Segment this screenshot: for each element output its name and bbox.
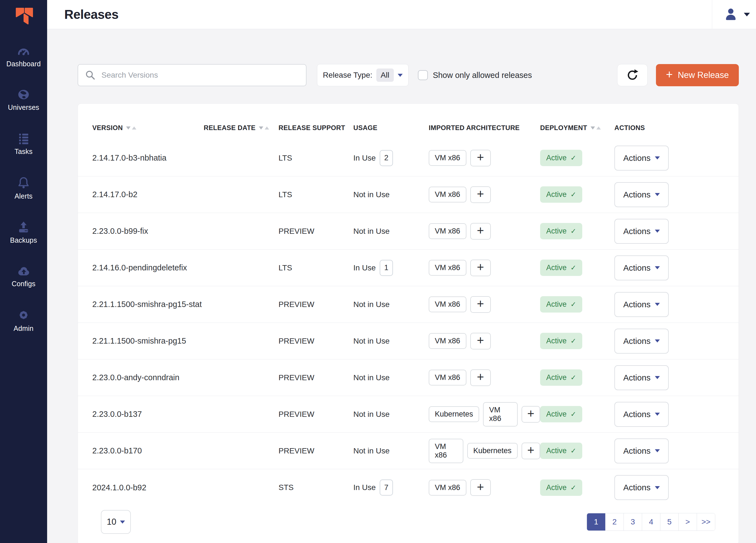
deployment-status-label: Active	[546, 154, 567, 162]
deployment-cell: Active ✓	[540, 223, 614, 239]
sidebar-item-alerts[interactable]: Alerts	[0, 176, 47, 200]
actions-button[interactable]: Actions	[614, 439, 669, 463]
sidebar-item-admin[interactable]: Admin	[0, 309, 47, 333]
version-cell: 2.23.0.0-b137	[92, 410, 204, 419]
column-header-release-date[interactable]: RELEASE DATE	[204, 124, 279, 132]
table-row: 2.14.16.0-pendingdeletefix LTS In Use 1 …	[78, 249, 739, 286]
deployment-status-label: Active	[546, 227, 567, 235]
sidebar-item-label: Tasks	[15, 147, 33, 155]
chevron-down-icon	[398, 74, 403, 77]
table-row: 2.21.1.1500-smishra-pg15-stat PREVIEW No…	[78, 286, 739, 323]
actions-button[interactable]: Actions	[614, 292, 669, 317]
actions-cell: Actions	[614, 439, 727, 463]
pagination-page[interactable]: 2	[605, 513, 624, 531]
architecture-chip: VM x86	[483, 402, 518, 427]
new-release-button[interactable]: + New Release	[656, 64, 739, 86]
yugabyte-logo-icon[interactable]	[12, 6, 35, 31]
sidebar-item-configs[interactable]: Configs	[0, 265, 47, 288]
sidebar-item-universes[interactable]: Universes	[0, 88, 47, 111]
deployment-status-label: Active	[546, 373, 567, 382]
add-architecture-button[interactable]: +	[470, 259, 491, 276]
actions-button-label: Actions	[623, 410, 650, 419]
version-cell: 2.23.0.0-b99-fix	[92, 226, 204, 236]
add-architecture-button[interactable]: +	[470, 370, 491, 386]
actions-button[interactable]: Actions	[614, 475, 669, 500]
usage-count-badge: 7	[380, 480, 393, 496]
actions-cell: Actions	[614, 402, 727, 427]
architecture-chip: Kubernetes	[467, 443, 518, 459]
usage-label: Not in Use	[353, 300, 390, 309]
toolbar: Release Type: All Show only allowed rele…	[78, 64, 739, 86]
actions-button-label: Actions	[623, 226, 650, 236]
user-menu[interactable]	[712, 7, 756, 21]
actions-button[interactable]: Actions	[614, 402, 669, 427]
actions-button-label: Actions	[623, 153, 650, 163]
pagination-next[interactable]: >	[678, 513, 697, 531]
deployment-status-badge: Active ✓	[540, 259, 582, 276]
show-allowed-filter: Show only allowed releases	[418, 70, 532, 80]
actions-cell: Actions	[614, 146, 727, 170]
actions-cell: Actions	[614, 292, 727, 317]
version-cell: 2.23.0.0-b170	[92, 446, 204, 455]
actions-button[interactable]: Actions	[614, 365, 669, 390]
table-row: 2.23.0.0-b137 PREVIEW Not in Use Kuberne…	[78, 396, 739, 433]
usage-label: In Use	[353, 154, 376, 162]
sidebar-item-dashboard[interactable]: Dashboard	[0, 44, 47, 68]
sidebar-item-label: Dashboard	[6, 60, 41, 68]
add-architecture-button[interactable]: +	[522, 406, 540, 423]
add-architecture-button[interactable]: +	[470, 186, 491, 203]
usage-label: Not in Use	[353, 190, 390, 199]
sidebar: Dashboard Universes	[0, 0, 47, 543]
add-architecture-button[interactable]: +	[470, 296, 491, 313]
pagination-page[interactable]: 1	[587, 513, 605, 531]
caret-down-icon	[655, 303, 660, 306]
deployment-status-label: Active	[546, 300, 567, 309]
sidebar-item-tasks[interactable]: Tasks	[0, 132, 47, 155]
sort-asc-icon	[265, 126, 269, 129]
add-architecture-button[interactable]: +	[522, 443, 540, 459]
deployment-status-badge: Active ✓	[540, 150, 582, 166]
column-label: DEPLOYMENT	[540, 124, 587, 132]
pagination: 1 2 3 4 5 > >>	[587, 513, 715, 531]
actions-button[interactable]: Actions	[614, 255, 669, 281]
sidebar-item-backups[interactable]: Backups	[0, 221, 47, 244]
deployment-cell: Active ✓	[540, 186, 614, 203]
table-footer: 10 1 2 3 4 5 > >>	[78, 509, 739, 535]
table-row: 2.23.0.0-b99-fix PREVIEW Not in Use VM x…	[78, 213, 739, 249]
usage-cell: Not in Use	[353, 373, 429, 382]
actions-cell: Actions	[614, 329, 727, 354]
add-architecture-button[interactable]: +	[470, 333, 491, 350]
table-row: 2.23.0.0-b170 PREVIEW Not in Use VM x86K…	[78, 433, 739, 469]
user-menu-caret-icon	[744, 13, 750, 16]
actions-button[interactable]: Actions	[614, 329, 669, 354]
pagination-page[interactable]: 4	[642, 513, 660, 531]
architecture-chips: VM x86+	[429, 150, 540, 166]
deployment-status-label: Active	[546, 263, 567, 272]
globe-icon	[17, 88, 30, 101]
release-type-dropdown[interactable]: Release Type: All	[317, 64, 408, 86]
new-release-label: New Release	[678, 70, 729, 80]
add-architecture-button[interactable]: +	[470, 479, 491, 496]
add-architecture-button[interactable]: +	[470, 223, 491, 239]
actions-button[interactable]: Actions	[614, 219, 669, 244]
show-allowed-checkbox[interactable]	[418, 70, 428, 80]
actions-button[interactable]: Actions	[614, 146, 669, 170]
actions-button[interactable]: Actions	[614, 182, 669, 207]
column-header-version[interactable]: VERSION	[92, 124, 204, 132]
release-support-cell: LTS	[279, 263, 353, 272]
architecture-chips: VM x86+	[429, 259, 540, 276]
usage-label: In Use	[353, 483, 376, 492]
pagination-last[interactable]: >>	[697, 513, 715, 531]
pagination-page[interactable]: 3	[624, 513, 642, 531]
sidebar-item-label: Configs	[12, 280, 35, 288]
pagination-page[interactable]: 5	[660, 513, 678, 531]
usage-label: Not in Use	[353, 337, 390, 346]
architecture-chip: VM x86	[429, 223, 466, 239]
add-architecture-button[interactable]: +	[470, 150, 491, 166]
search-input[interactable]	[101, 70, 299, 80]
refresh-button[interactable]	[617, 64, 648, 86]
column-header-deployment[interactable]: DEPLOYMENT	[540, 124, 614, 132]
actions-cell: Actions	[614, 182, 727, 207]
column-label: USAGE	[353, 124, 377, 132]
page-size-dropdown[interactable]: 10	[101, 510, 131, 534]
